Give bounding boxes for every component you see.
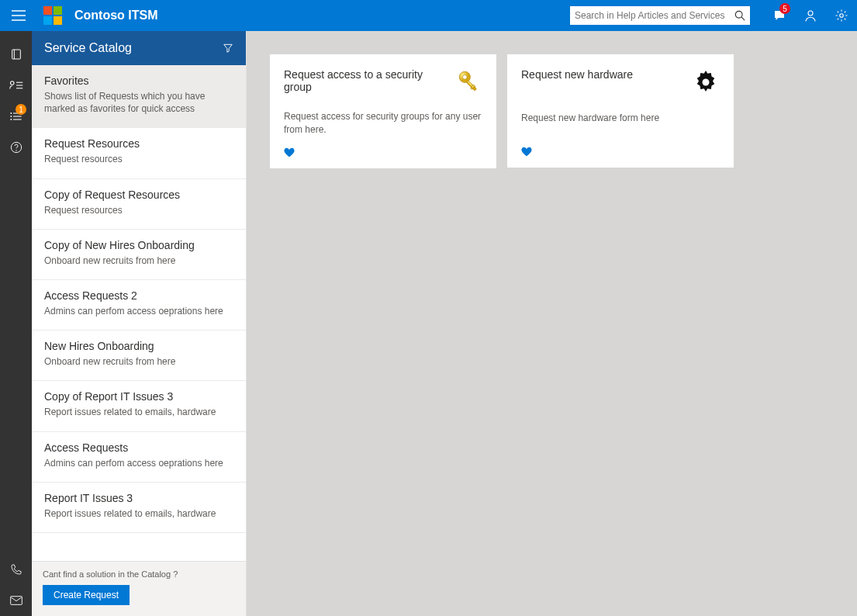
gear-icon: [835, 9, 848, 22]
catalog-item-title: Access Requests: [44, 441, 233, 454]
person-icon: [803, 9, 817, 22]
svg-point-6: [10, 81, 14, 85]
rail-requests-button[interactable]: 1: [0, 101, 32, 132]
svg-point-20: [463, 75, 468, 80]
svg-point-23: [703, 79, 710, 86]
catalog-list: FavoritesShows list of Requests which yo…: [32, 65, 246, 561]
help-icon: [10, 141, 22, 154]
top-icon-group: 5: [764, 0, 857, 31]
catalog-item-desc: Onboard new recruits from here: [44, 355, 233, 368]
catalog-header: Service Catalog: [32, 31, 246, 65]
create-request-button[interactable]: Create Request: [43, 585, 130, 605]
card-title: Request access to a security group: [284, 68, 447, 93]
catalog-item-desc: Report issues related to emails, hardwar…: [44, 507, 233, 520]
nav-rail: 1: [0, 31, 32, 616]
favorite-button[interactable]: [284, 147, 482, 157]
rail-phone-button[interactable]: [0, 554, 32, 585]
svg-rect-18: [10, 597, 22, 605]
catalog-item-title: Favorites: [44, 74, 233, 87]
catalog-item[interactable]: Access RequestsAdmins can perfom access …: [32, 432, 246, 483]
svg-line-1: [741, 17, 745, 20]
rail-people-button[interactable]: [0, 70, 32, 101]
catalog-item-title: Copy of Report IT Issues 3: [44, 390, 233, 403]
main-content: Request access to a security groupReques…: [247, 31, 857, 616]
catalog-item-desc: Report issues related to emails, hardwar…: [44, 406, 233, 418]
catalog-item-title: New Hires Onboarding: [44, 340, 233, 352]
catalog-item-desc: Onboard new recruits from here: [44, 254, 233, 267]
search-input[interactable]: [575, 10, 734, 21]
hardware-gear-icon: [692, 68, 720, 96]
app-title: Contoso ITSM: [74, 9, 158, 22]
card-icon-wrap: [456, 68, 482, 95]
key-icon: [456, 68, 482, 95]
rail-requests-badge: 1: [16, 104, 26, 115]
catalog-item[interactable]: Copy of Request ResourcesRequest resourc…: [32, 179, 246, 230]
svg-point-3: [840, 14, 844, 18]
mail-icon: [10, 595, 22, 606]
service-card[interactable]: Request access to a security groupReques…: [270, 54, 496, 168]
catalog-item[interactable]: Copy of Report IT Issues 3Report issues …: [32, 381, 246, 431]
catalog-item[interactable]: Request ResourcesRequest resources: [32, 128, 246, 178]
account-button[interactable]: [795, 0, 826, 31]
book-icon: [10, 48, 22, 61]
catalog-item[interactable]: FavoritesShows list of Requests which yo…: [32, 65, 246, 128]
search-box[interactable]: [570, 6, 750, 25]
people-list-icon: [9, 80, 23, 91]
ms-logo-icon: [43, 6, 62, 25]
card-title: Request new hardware: [521, 68, 633, 81]
hamburger-menu-button[interactable]: [0, 0, 37, 31]
svg-point-0: [735, 11, 742, 18]
catalog-item-title: Request Resources: [44, 137, 233, 150]
catalog-item-desc: Admins can perfom access oeprations here: [44, 305, 233, 317]
filter-button[interactable]: [223, 43, 233, 54]
phone-icon: [10, 563, 22, 576]
catalog-footer: Cant find a solution in the Catalog ? Cr…: [32, 561, 246, 616]
catalog-item-title: Access Requests 2: [44, 289, 233, 302]
catalog-panel: Service Catalog FavoritesShows list of R…: [32, 31, 247, 616]
catalog-footer-text: Cant find a solution in the Catalog ?: [43, 569, 235, 579]
catalog-item-title: Copy of Request Resources: [44, 189, 233, 201]
filter-icon: [223, 43, 233, 54]
catalog-item-desc: Request resources: [44, 204, 233, 216]
catalog-item-title: Report IT Issues 3: [44, 492, 233, 504]
svg-point-14: [10, 116, 12, 117]
search-icon[interactable]: [734, 10, 745, 21]
svg-point-17: [16, 150, 16, 151]
settings-button[interactable]: [826, 0, 857, 31]
favorite-button[interactable]: [521, 147, 720, 157]
card-desc: Request access for security groups for a…: [284, 110, 482, 137]
svg-rect-4: [12, 50, 20, 59]
card-desc: Request new hardware form here: [521, 112, 720, 136]
catalog-item-desc: Shows list of Requests which you have ma…: [44, 90, 233, 115]
rail-help-button[interactable]: [0, 132, 32, 163]
catalog-item-desc: Request resources: [44, 153, 233, 165]
svg-point-13: [10, 112, 12, 114]
svg-rect-21: [466, 81, 477, 92]
catalog-title: Service Catalog: [44, 41, 132, 55]
heart-icon: [521, 147, 532, 157]
catalog-item-desc: Admins can perfom access oeprations here: [44, 457, 233, 469]
rail-mail-button[interactable]: [0, 585, 32, 616]
catalog-item[interactable]: New Hires OnboardingOnboard new recruits…: [32, 330, 246, 381]
notification-badge: 5: [779, 3, 790, 14]
svg-point-2: [808, 11, 813, 16]
service-card[interactable]: Request new hardwareRequest new hardware…: [507, 54, 734, 168]
svg-point-15: [10, 119, 12, 120]
rail-catalog-button[interactable]: [0, 39, 32, 70]
hamburger-icon: [12, 10, 26, 21]
catalog-item-title: Copy of New Hires Onboarding: [44, 239, 233, 251]
catalog-item[interactable]: Access Requests 2Admins can perfom acces…: [32, 280, 246, 330]
catalog-item[interactable]: Copy of New Hires OnboardingOnboard new …: [32, 230, 246, 280]
catalog-item[interactable]: Report IT Issues 3Report issues related …: [32, 483, 246, 533]
card-icon-wrap: [692, 68, 720, 96]
heart-icon: [284, 147, 295, 157]
notifications-button[interactable]: 5: [764, 0, 795, 31]
top-bar: Contoso ITSM 5: [0, 0, 857, 31]
